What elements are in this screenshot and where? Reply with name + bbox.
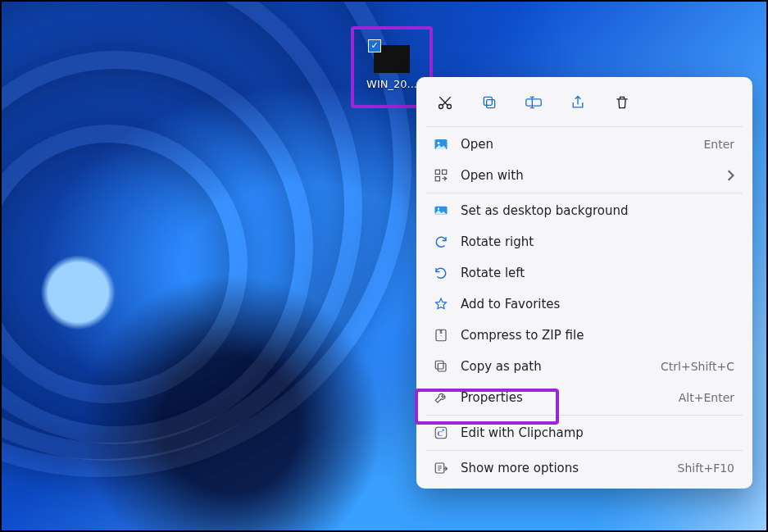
cut-icon[interactable] — [431, 89, 459, 116]
menu-item-open-with[interactable]: Open with — [420, 160, 749, 191]
menu-label: Compress to ZIP file — [461, 328, 584, 343]
rotate-left-icon — [433, 265, 449, 281]
menu-item-copy-path[interactable]: Copy as path Ctrl+Shift+C — [420, 351, 749, 382]
menu-label: Edit with Clipchamp — [461, 425, 584, 440]
highlight-properties — [415, 389, 559, 425]
menu-item-show-more[interactable]: Show more options Shift+F10 — [420, 452, 749, 484]
menu-label: Show more options — [461, 461, 579, 475]
svg-point-1 — [448, 105, 452, 109]
svg-rect-4 — [526, 99, 541, 106]
menu-label: Copy as path — [461, 359, 542, 374]
menu-shortcut: Enter — [703, 138, 734, 151]
svg-point-6 — [438, 142, 440, 144]
svg-rect-9 — [435, 177, 439, 181]
delete-icon[interactable] — [608, 89, 636, 116]
svg-rect-14 — [435, 361, 443, 369]
rename-icon[interactable] — [520, 89, 548, 116]
menu-label: Set as desktop background — [461, 203, 629, 218]
svg-point-11 — [438, 208, 439, 210]
svg-rect-8 — [443, 170, 447, 174]
zip-icon — [433, 327, 449, 343]
menu-item-rotate-right[interactable]: Rotate right — [420, 226, 749, 257]
menu-item-set-background[interactable]: Set as desktop background — [420, 195, 749, 226]
menu-label: Open with — [461, 168, 524, 183]
copy-path-icon — [433, 358, 449, 375]
desktop-background-icon — [433, 202, 449, 219]
svg-rect-17 — [443, 430, 444, 431]
menu-label: Add to Favorites — [461, 297, 560, 311]
svg-rect-13 — [438, 363, 446, 371]
chevron-right-icon — [726, 170, 734, 181]
more-options-icon — [433, 460, 449, 476]
svg-rect-2 — [487, 100, 495, 108]
star-icon — [433, 296, 449, 312]
image-icon — [433, 136, 449, 152]
context-menu: Open Enter Open with Set as desktop back… — [416, 77, 752, 489]
file-thumbnail: ✓ — [374, 45, 410, 73]
menu-shortcut: Shift+F10 — [678, 462, 734, 475]
menu-label: Rotate right — [461, 234, 534, 249]
svg-rect-7 — [435, 170, 439, 174]
copy-icon[interactable] — [475, 89, 503, 116]
menu-item-open[interactable]: Open Enter — [420, 129, 749, 160]
menu-separator — [426, 450, 743, 451]
menu-shortcut: Ctrl+Shift+C — [661, 360, 734, 373]
open-with-icon — [433, 167, 449, 184]
svg-point-0 — [439, 105, 443, 109]
svg-rect-3 — [484, 97, 492, 105]
menu-item-compress-zip[interactable]: Compress to ZIP file — [420, 320, 749, 351]
selection-check-icon: ✓ — [368, 39, 381, 52]
menu-label: Open — [461, 137, 493, 152]
svg-text:C: C — [438, 430, 443, 438]
menu-item-add-favorites[interactable]: Add to Favorites — [420, 289, 749, 320]
context-menu-toolbar — [420, 82, 749, 125]
menu-separator — [426, 126, 743, 127]
menu-separator — [426, 193, 743, 193]
menu-shortcut: Alt+Enter — [679, 391, 734, 404]
menu-label: Rotate left — [461, 266, 525, 280]
share-icon[interactable] — [564, 89, 592, 116]
file-name-label: WIN_20... — [366, 78, 417, 90]
menu-item-rotate-left[interactable]: Rotate left — [420, 257, 749, 289]
clipchamp-icon: C — [433, 425, 449, 441]
rotate-right-icon — [433, 234, 449, 250]
